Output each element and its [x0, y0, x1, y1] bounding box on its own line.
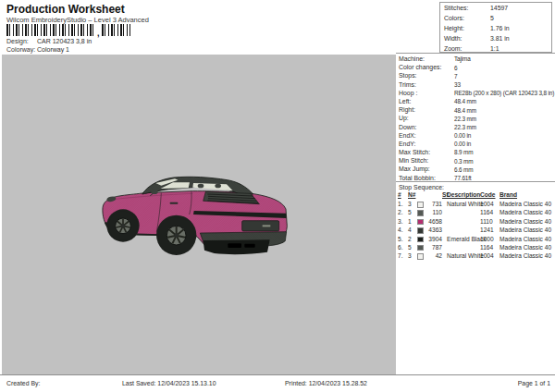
- summary-label: Width:: [444, 35, 462, 42]
- machine-info-label: Stops:: [399, 72, 417, 79]
- thread-brand: Madeira Classic 40: [500, 209, 551, 215]
- col-needle: N#: [408, 191, 415, 198]
- machine-info-value: 22.3 mm: [454, 124, 476, 130]
- thread-color-swatch: [417, 237, 424, 243]
- row-number: 1.: [398, 201, 403, 207]
- machine-info-label: Machine:: [399, 55, 425, 62]
- machine-info-row: EndY: 0.00 in: [396, 140, 555, 148]
- stitch-count: 787: [424, 244, 442, 251]
- machine-info-value: 22.3 mm: [454, 116, 476, 122]
- machine-info-label: Max Stitch:: [399, 149, 430, 155]
- thread-brand: Madeira Classic 40: [500, 201, 551, 207]
- stop-sequence-row: 3. 1 4658 1110 Madeira Classic 40: [396, 217, 555, 226]
- barcode-segment-1: [6, 24, 95, 36]
- machine-info-row: Trims: 33: [396, 80, 555, 89]
- summary-value: 1.76 in: [490, 25, 510, 31]
- row-number: 6.: [398, 244, 403, 251]
- page-title: Production Worksheet: [6, 3, 125, 16]
- printed-text: Printed: 12/04/2023 15.28.52: [285, 380, 367, 386]
- machine-info-value: 33: [454, 81, 461, 88]
- needle-number: 3: [408, 201, 412, 207]
- machine-info-value: 48.4 mm: [454, 98, 476, 104]
- design-preview-area: [2, 55, 396, 374]
- machine-info-value: 8.9 mm: [454, 149, 473, 155]
- needle-number: 2: [408, 236, 412, 242]
- stitch-count: 110: [424, 209, 442, 215]
- summary-label: Colors:: [444, 15, 464, 21]
- machine-info-label: Hoop :: [399, 90, 417, 96]
- machine-info-panel: Machine: Tajima Color changes: 6 Stops: …: [396, 53, 555, 182]
- machine-info-label: Max Jump:: [399, 165, 430, 172]
- machine-info-label: EndX:: [399, 132, 416, 139]
- summary-value: 3.81 in: [490, 35, 510, 42]
- stop-sequence-row: 7. 3 42 Natural White 1004 Madeira Class…: [396, 251, 555, 260]
- machine-info-value: 48.4 mm: [454, 107, 476, 114]
- machine-info-value: 6.6 mm: [454, 166, 473, 173]
- machine-info-row: Color changes: 6: [396, 63, 555, 71]
- col-description: Description: [447, 191, 480, 198]
- row-number: 7.: [398, 252, 403, 259]
- design-label: Design:: [6, 38, 29, 44]
- needle-number: 4: [408, 227, 412, 233]
- machine-info-value: 7: [454, 73, 457, 80]
- thread-color-swatch: [417, 227, 424, 234]
- stitch-count: 42: [424, 252, 442, 259]
- summary-row: Height: 1.76 in: [440, 23, 551, 33]
- barcode-segment-2: [102, 24, 130, 36]
- machine-info-row: Hoop : RE28b (200 x 280) (CAR 120423 3,8…: [396, 89, 555, 97]
- stitch-count: 3904: [424, 236, 442, 242]
- barcode-separator: ,: [97, 31, 100, 36]
- stop-sequence-row: 6. 5 787 1164 Madeira Classic 40: [396, 243, 555, 251]
- summary-row: Width: 3.81 in: [440, 33, 551, 43]
- machine-info-label: Down:: [399, 124, 417, 130]
- stitch-count: 4658: [424, 218, 442, 225]
- thread-color-swatch: [417, 219, 424, 226]
- machine-info-value: 77.61ft: [454, 175, 472, 181]
- summary-label: Zoom:: [444, 45, 462, 52]
- machine-info-label: Right:: [399, 106, 415, 113]
- design-summary-box: Stitches: 14597 Colors: 5 Height: 1.76 i…: [439, 2, 552, 53]
- needle-number: 1: [408, 218, 412, 225]
- thread-description: Natural White: [447, 252, 484, 259]
- summary-row: Stitches: 14597: [440, 3, 551, 13]
- col-code: Code: [480, 191, 495, 198]
- machine-info-label: Left:: [399, 98, 411, 104]
- stop-sequence-header: # N# St. Description Code Brand: [396, 191, 555, 200]
- needle-number: 5: [408, 209, 412, 215]
- row-number: 3.: [398, 218, 403, 225]
- row-number: 2.: [398, 209, 403, 215]
- thread-color-swatch: [417, 245, 424, 251]
- summary-value: 5: [490, 15, 494, 21]
- thread-color-swatch: [417, 210, 424, 216]
- machine-info-row: Right: 48.4 mm: [396, 105, 555, 114]
- thread-code: 1164: [480, 244, 493, 251]
- machine-info-value: 0.00 in: [454, 141, 471, 147]
- machine-info-value: 6: [454, 65, 457, 71]
- thread-code: 1004: [480, 201, 494, 207]
- stop-sequence-panel: Stop Sequence: # N# St. Description Code…: [396, 181, 555, 261]
- design-row: Design: CAR 120423 3,8 in: [6, 38, 29, 44]
- machine-info-row: EndX: 0.00 in: [396, 131, 555, 140]
- last-saved-text: Last Saved: 12/04/2023 15.13.10: [122, 380, 216, 386]
- machine-info-label: Up:: [399, 115, 409, 121]
- machine-info-label: Min Stitch:: [399, 157, 428, 164]
- stop-sequence-row: 5. 2 3904 Emerald Black 1000 Madeira Cla…: [396, 235, 555, 243]
- row-number: 5.: [398, 236, 403, 242]
- car-embroidery-design: [97, 165, 296, 268]
- machine-info-label: EndY:: [399, 141, 415, 147]
- summary-value: 1:1: [490, 45, 500, 52]
- machine-info-value: 0.3 mm: [454, 158, 473, 165]
- thread-description: Natural White: [447, 201, 484, 207]
- summary-label: Height:: [444, 25, 464, 31]
- colorway-value: Colorway 1: [37, 46, 69, 53]
- machine-info-row: Max Jump: 6.6 mm: [396, 165, 555, 173]
- summary-row: Colors: 5: [440, 13, 551, 23]
- col-brand: Brand: [500, 191, 517, 198]
- thread-brand: Madeira Classic 40: [500, 218, 551, 225]
- thread-code: 1110: [480, 218, 493, 225]
- machine-info-row: Down: 22.3 mm: [396, 123, 555, 131]
- stop-sequence-title: Stop Sequence:: [396, 182, 555, 191]
- stop-sequence-row: 4. 4 4363 1241 Madeira Classic 40: [396, 226, 555, 234]
- stop-sequence-rows: 1. 3 731 Natural White 1004 Madeira Clas…: [396, 200, 555, 261]
- summary-label: Stitches:: [444, 5, 468, 11]
